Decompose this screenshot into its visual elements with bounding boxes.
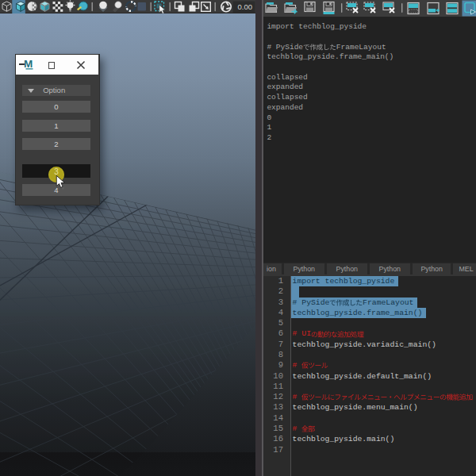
svg-text:0.00: 0.00: [238, 2, 253, 11]
svg-text:M: M: [24, 58, 33, 70]
